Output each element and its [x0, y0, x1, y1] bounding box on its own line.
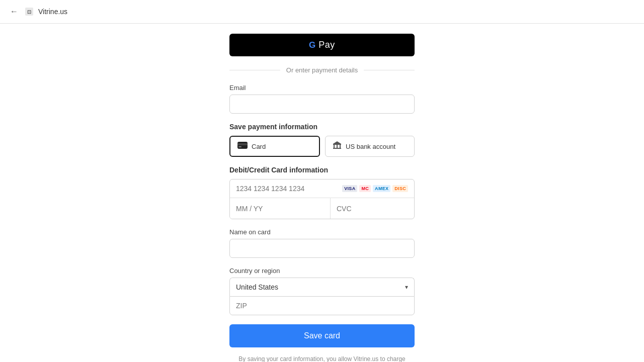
- card-number-input[interactable]: [236, 185, 342, 193]
- name-on-card-group: Name on card: [229, 228, 415, 258]
- svg-rect-2: [238, 146, 242, 147]
- card-number-row: VISA MC AMEX DISC: [230, 179, 414, 198]
- card-fields: VISA MC AMEX DISC: [229, 179, 415, 219]
- chevron-down-icon: ▾: [405, 284, 408, 291]
- payment-method-tabs: Card US bank account: [229, 136, 415, 157]
- country-region-label: Country or region: [229, 267, 415, 275]
- divider-left: [229, 70, 280, 70]
- footer-note: By saving your card information, you all…: [229, 354, 415, 362]
- back-button[interactable]: ←: [8, 6, 20, 17]
- browser-bar: ← ⊡ Vitrine.us: [0, 0, 644, 24]
- card-brand-icons: VISA MC AMEX DISC: [342, 185, 408, 192]
- visa-icon: VISA: [342, 185, 357, 192]
- card-tab-icon: [237, 142, 248, 151]
- browser-url: Vitrine.us: [38, 8, 67, 16]
- country-selected-text: United States: [236, 283, 405, 291]
- bank-tab-label: US bank account: [346, 143, 395, 150]
- save-card-button[interactable]: Save card: [229, 324, 415, 347]
- cvc-wrapper: [331, 198, 415, 219]
- google-g-logo: G: [309, 40, 315, 50]
- email-group: Email: [229, 84, 415, 114]
- country-region-group: Country or region United States ▾: [229, 267, 415, 315]
- svg-rect-7: [333, 148, 341, 149]
- expiry-input[interactable]: [230, 198, 331, 219]
- zip-input[interactable]: [229, 296, 415, 315]
- amex-icon: AMEX: [373, 185, 390, 192]
- email-label: Email: [229, 84, 415, 92]
- svg-rect-3: [333, 144, 341, 145]
- cvc-input[interactable]: [337, 205, 415, 213]
- mastercard-icon: MC: [359, 185, 371, 192]
- gpay-label: Pay: [318, 40, 335, 50]
- divider-right: [364, 70, 415, 70]
- card-tab-label: Card: [252, 143, 266, 150]
- gpay-button[interactable]: G Pay: [229, 34, 415, 56]
- bank-tab[interactable]: US bank account: [325, 136, 415, 157]
- payment-info-group: Save payment information Card: [229, 123, 415, 157]
- payment-info-title: Save payment information: [229, 123, 415, 131]
- divider-text: Or enter payment details: [286, 66, 358, 74]
- discover-icon: DISC: [392, 185, 408, 192]
- payment-divider: Or enter payment details: [229, 66, 415, 74]
- svg-marker-8: [333, 141, 341, 144]
- country-select[interactable]: United States ▾: [229, 278, 415, 296]
- name-on-card-label: Name on card: [229, 228, 415, 236]
- tab-icon: ⊡: [25, 8, 33, 16]
- expiry-cvc-row: [230, 198, 414, 219]
- name-on-card-input[interactable]: [229, 239, 415, 258]
- svg-rect-5: [337, 145, 338, 148]
- card-info-group: Debit/Credit Card information VISA MC AM…: [229, 166, 415, 219]
- svg-rect-6: [340, 145, 341, 148]
- email-input[interactable]: [229, 95, 415, 114]
- svg-rect-4: [334, 145, 335, 148]
- card-tab[interactable]: Card: [229, 136, 320, 157]
- payment-form: G Pay Or enter payment details Email Sav…: [221, 24, 423, 362]
- svg-rect-1: [237, 143, 248, 145]
- bank-tab-icon: [333, 141, 342, 151]
- card-section-title: Debit/Credit Card information: [229, 166, 415, 174]
